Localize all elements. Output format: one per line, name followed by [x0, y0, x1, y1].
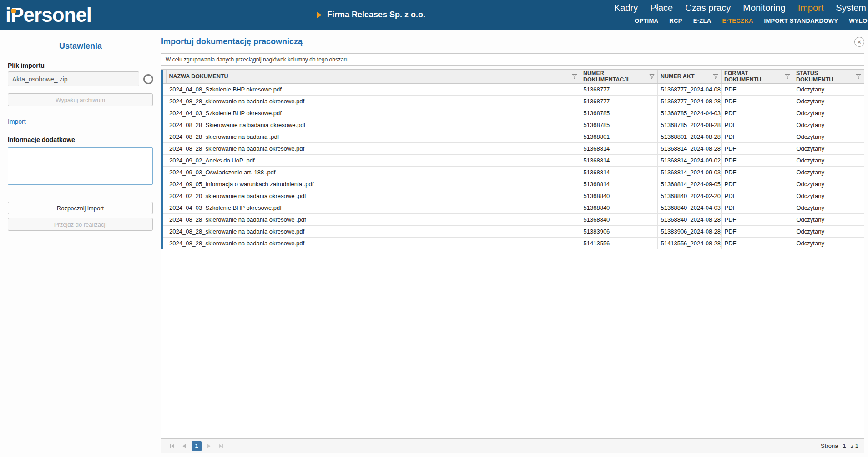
table-row[interactable]: 2024_08_28_skierowanie na badania okreso… [162, 143, 864, 155]
start-import-button[interactable]: Rozpocznij import [8, 202, 153, 214]
cell-doc-number: 51368785 [580, 119, 657, 131]
cell-status: Odczytany [793, 178, 864, 190]
first-page-button[interactable] [167, 441, 177, 451]
page-status-label: Strona [821, 442, 838, 449]
row-indicator [162, 84, 166, 96]
cell-status: Odczytany [793, 131, 864, 143]
nav-item-czas-pracy[interactable]: Czas pracy [685, 3, 731, 13]
cell-akt-number: 51413556_2024-08-28_2 [657, 238, 721, 249]
column-header-numer-akt[interactable]: NUMER AKT [657, 70, 721, 84]
subnav-item-rcp[interactable]: RCP [669, 17, 682, 24]
table-row[interactable]: 2024_08_28_skierowanie na badania okreso… [162, 238, 864, 249]
header-nav: Kadry Płace Czas pracy Monitoring Import… [614, 3, 868, 24]
cell-doc-number: 51368840 [580, 202, 657, 214]
cell-document-name: 2024_08_28_skierowanie na badania .pdf [166, 131, 580, 143]
cell-document-name: 2024_08_28_skierowanie na badania okreso… [166, 226, 580, 238]
table-row[interactable]: 2024_09_03_Oświadczenie art. 188 .pdf 51… [162, 167, 864, 178]
table-row[interactable]: 2024_04_03_Szkolenie BHP okresowe.pdf 51… [162, 202, 864, 214]
unpack-archive-button[interactable]: Wypakuj archiwum [8, 93, 153, 106]
settings-sidebar: Ustawienia Plik importu Wypakuj archiwum… [0, 30, 161, 457]
goto-realization-button[interactable]: Przejdź do realizacji [8, 218, 153, 231]
filter-icon[interactable] [713, 74, 718, 79]
filter-icon[interactable] [572, 74, 577, 79]
cell-akt-number: 51368814_2024-09-03_2 [657, 167, 721, 178]
main-nav: Kadry Płace Czas pracy Monitoring Import… [614, 3, 868, 13]
next-page-icon [206, 443, 212, 449]
prev-page-button[interactable] [179, 441, 189, 451]
nav-item-kadry[interactable]: Kadry [614, 3, 638, 13]
nav-item-place[interactable]: Płace [650, 3, 673, 13]
top-header: iPersonel Firma Releases Sp. z o.o. Kadr… [0, 0, 868, 30]
cell-akt-number: 51368814_2024-08-28_2 [657, 143, 721, 155]
row-indicator [162, 178, 166, 190]
cell-format: PDF [721, 226, 793, 238]
subnav-item-e-zla[interactable]: E-ZLA [693, 17, 712, 24]
table-row[interactable]: 2024_02_20_skierowanie na badania okreso… [162, 190, 864, 202]
cell-format: PDF [721, 167, 793, 178]
row-indicator [162, 214, 166, 226]
main-panel-header: Importuj dokumentację pracowniczą ✕ [161, 37, 864, 47]
cell-format: PDF [721, 119, 793, 131]
filter-icon[interactable] [649, 74, 655, 79]
column-header-format-dokumentu[interactable]: FORMAT DOKUMENTU [721, 70, 793, 84]
subnav-item-e-teczka[interactable]: E-TECZKA [722, 17, 753, 24]
cell-status: Odczytany [793, 155, 864, 167]
row-indicator [162, 143, 166, 155]
close-button[interactable]: ✕ [854, 37, 864, 47]
nav-item-system[interactable]: System [836, 3, 866, 13]
cell-akt-number: 51383906_2024-08-28_2 [657, 226, 721, 238]
company-name: Firma Releases Sp. z o.o. [327, 10, 425, 20]
table-row[interactable]: 2024_08_28_skierowanie na badania okreso… [162, 226, 864, 238]
nav-item-monitoring[interactable]: Monitoring [743, 3, 785, 13]
file-import-input[interactable] [8, 71, 139, 86]
logo-dot-icon [11, 9, 16, 13]
page-status-current: 1 [843, 442, 846, 449]
cell-akt-number: 51368814_2024-09-02_2 [657, 155, 721, 167]
table-row[interactable]: 2024_08_28_Skierowanie na badania okreso… [162, 119, 864, 131]
subnav-item-wyloguj[interactable]: WYLOGUJ [849, 17, 868, 24]
filter-icon[interactable] [856, 74, 861, 79]
table-row[interactable]: 2024_08_28_skierowanie na badania .pdf 5… [162, 131, 864, 143]
nav-item-import[interactable]: Import [798, 3, 824, 13]
table-row[interactable]: 2024_08_28_skierowanie na badania okreso… [162, 214, 864, 226]
file-import-row [8, 71, 153, 86]
table-row[interactable]: 2024_08_28_skierowanie na badania okreso… [162, 96, 864, 107]
page-number-button[interactable]: 1 [192, 441, 202, 451]
row-indicator [162, 226, 166, 238]
filter-icon[interactable] [785, 74, 790, 79]
file-import-label: Plik importu [8, 62, 153, 69]
section-divider [30, 122, 153, 122]
column-header-nazwa[interactable]: NAZWA DOKUMENTU [166, 70, 580, 84]
row-indicator [162, 190, 166, 202]
row-indicator [162, 107, 166, 119]
cell-akt-number: 51368777_2024-08-28_2 [657, 96, 721, 107]
table-row[interactable]: 2024_04_03_Szkolenie BHP okresowe.pdf 51… [162, 107, 864, 119]
column-header-label: NAZWA DOKUMENTU [169, 73, 228, 80]
row-indicator [162, 131, 166, 143]
column-header-status-dokumentu[interactable]: STATUS DOKUMENTU [793, 70, 864, 84]
column-header-numer-dokumentacji[interactable]: NUMER DOKUMENTACJI [580, 70, 657, 84]
cell-doc-number: 51368840 [580, 190, 657, 202]
group-by-dropzone[interactable]: W celu zgrupowania danych przeciągnij na… [161, 53, 864, 66]
page-status-of: z 1 [851, 442, 858, 449]
next-page-button[interactable] [204, 441, 214, 451]
app-logo[interactable]: iPersonel [5, 2, 91, 28]
subnav-item-optima[interactable]: OPTIMA [635, 17, 658, 24]
cell-format: PDF [721, 84, 793, 96]
cell-document-name: 2024_08_28_Skierowanie na badania okreso… [166, 119, 580, 131]
table-row[interactable]: 2024_04_08_Szkolenie BHP okresowe.pdf 51… [162, 84, 864, 96]
table-empty-area [161, 249, 864, 438]
column-header-label: STATUS DOKUMENTU [796, 70, 856, 83]
cell-status: Odczytany [793, 143, 864, 155]
last-page-button[interactable] [216, 441, 226, 451]
row-indicator [162, 155, 166, 167]
cell-status: Odczytany [793, 167, 864, 178]
cell-status: Odczytany [793, 190, 864, 202]
select-file-button[interactable] [143, 74, 153, 84]
additional-info-textarea[interactable] [8, 147, 153, 185]
table-row[interactable]: 2024_09_02_Aneks do UoP .pdf 51368814 51… [162, 155, 864, 167]
chevron-right-icon [316, 11, 323, 19]
subnav-item-import-standardowy[interactable]: IMPORT STANDARDOWY [764, 17, 838, 24]
pagination: 1 Strona 1 z 1 [161, 438, 864, 453]
table-row[interactable]: 2024_09_05_Informacja o warunkach zatrud… [162, 178, 864, 190]
